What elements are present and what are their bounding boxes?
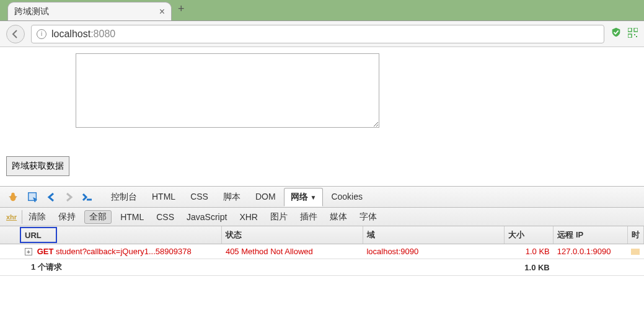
network-summary-row: 1 个请求 1.0 KB xyxy=(0,259,644,276)
address-bar: i localhost:8080 xyxy=(0,21,644,47)
url-col-highlight xyxy=(20,227,57,243)
fetch-data-button[interactable]: 跨域获取数据 xyxy=(6,156,69,176)
col-domain[interactable]: 域 xyxy=(363,226,504,244)
filter-html[interactable]: HTML xyxy=(117,211,148,223)
devtools-toolbar: 控制台 HTML CSS 脚本 DOM 网络 ▼ Cookies xyxy=(0,187,644,208)
break-on-xhr-icon[interactable]: xhr xyxy=(6,213,17,221)
request-domain: localhost:9090 xyxy=(363,244,504,259)
timeline-bar xyxy=(631,249,640,255)
request-size: 1.0 KB xyxy=(504,244,553,259)
network-filter-bar: xhr 清除 保持 全部 HTML CSS JavaScript XHR 图片 … xyxy=(0,208,644,226)
tab-html[interactable]: HTML xyxy=(145,188,182,206)
nav-prev-icon[interactable] xyxy=(46,193,57,202)
tab-script[interactable]: 脚本 xyxy=(216,188,247,206)
tab-title: 跨域测试 xyxy=(14,6,49,17)
result-textarea[interactable] xyxy=(76,53,379,128)
request-remote-ip: 127.0.0.1:9090 xyxy=(554,244,628,259)
network-table: URL 状态 域 大小 远程 IP 时 + GET student?callba… xyxy=(0,226,644,276)
filter-javascript[interactable]: JavaScript xyxy=(183,211,231,223)
url-input-wrap[interactable]: i localhost:8080 xyxy=(31,25,604,43)
filter-persist[interactable]: 保持 xyxy=(55,210,79,224)
summary-size: 1.0 KB xyxy=(504,259,553,276)
filter-font[interactable]: 字体 xyxy=(356,210,381,224)
url-text: localhost:8080 xyxy=(51,29,115,40)
svg-rect-0 xyxy=(628,28,632,32)
table-header-row: URL 状态 域 大小 远程 IP 时 xyxy=(0,226,644,244)
devtools-tabs: 控制台 HTML CSS 脚本 DOM 网络 ▼ Cookies xyxy=(104,188,369,206)
network-request-row[interactable]: + GET student?callback=jQuery1...5890937… xyxy=(0,244,644,259)
filter-plugin[interactable]: 插件 xyxy=(296,210,321,224)
request-timeline xyxy=(627,244,643,259)
url-port: :8080 xyxy=(90,29,115,39)
nav-next-icon[interactable] xyxy=(63,193,74,202)
browser-tab[interactable]: 跨域测试 × xyxy=(7,2,172,20)
tab-network[interactable]: 网络 ▼ xyxy=(284,188,324,206)
browser-tab-strip: 跨域测试 × + xyxy=(0,0,644,21)
filter-xhr[interactable]: XHR xyxy=(236,211,262,223)
svg-rect-3 xyxy=(634,34,635,35)
tab-dom[interactable]: DOM xyxy=(249,188,283,206)
col-url[interactable]: URL xyxy=(0,226,222,244)
filter-image[interactable]: 图片 xyxy=(267,210,291,224)
col-status[interactable]: 状态 xyxy=(222,226,363,244)
request-status: 405 Method Not Allowed xyxy=(222,244,363,259)
svg-rect-1 xyxy=(634,28,638,32)
filter-clear[interactable]: 清除 xyxy=(22,210,50,224)
qr-icon[interactable] xyxy=(628,28,638,40)
filter-all[interactable]: 全部 xyxy=(84,210,112,224)
expand-icon[interactable]: + xyxy=(25,248,32,255)
request-method: GET xyxy=(37,247,54,256)
col-remote-ip[interactable]: 远程 IP xyxy=(554,226,628,244)
close-icon[interactable]: × xyxy=(159,6,165,17)
bug-icon[interactable] xyxy=(6,192,20,203)
shield-icon[interactable] xyxy=(611,27,622,41)
tab-console[interactable]: 控制台 xyxy=(104,188,144,206)
back-button[interactable] xyxy=(6,25,25,43)
page-body: 跨域获取数据 xyxy=(0,47,644,186)
inspector-icon[interactable] xyxy=(26,192,40,203)
request-url: student?callback=jQuery1...58909378 xyxy=(56,247,192,256)
arrow-left-icon xyxy=(11,29,20,39)
url-host: localhost xyxy=(51,29,90,39)
tab-css[interactable]: CSS xyxy=(183,188,215,206)
filter-media[interactable]: 媒体 xyxy=(326,210,351,224)
tab-network-label: 网络 xyxy=(291,192,308,202)
info-icon[interactable]: i xyxy=(37,29,46,39)
col-time[interactable]: 时 xyxy=(627,226,643,244)
chevron-down-icon[interactable]: ▼ xyxy=(310,194,316,201)
svg-rect-4 xyxy=(636,36,637,37)
col-size[interactable]: 大小 xyxy=(504,226,553,244)
console-toggle-icon[interactable] xyxy=(81,193,94,202)
summary-label: 1 个请求 xyxy=(0,259,222,276)
svg-point-6 xyxy=(11,192,14,195)
svg-rect-2 xyxy=(628,34,632,38)
tab-cookies[interactable]: Cookies xyxy=(324,188,369,206)
filter-css[interactable]: CSS xyxy=(152,211,178,223)
new-tab-button[interactable]: + xyxy=(178,2,185,16)
devtools-panel: 控制台 HTML CSS 脚本 DOM 网络 ▼ Cookies xhr 清除 … xyxy=(0,186,644,276)
